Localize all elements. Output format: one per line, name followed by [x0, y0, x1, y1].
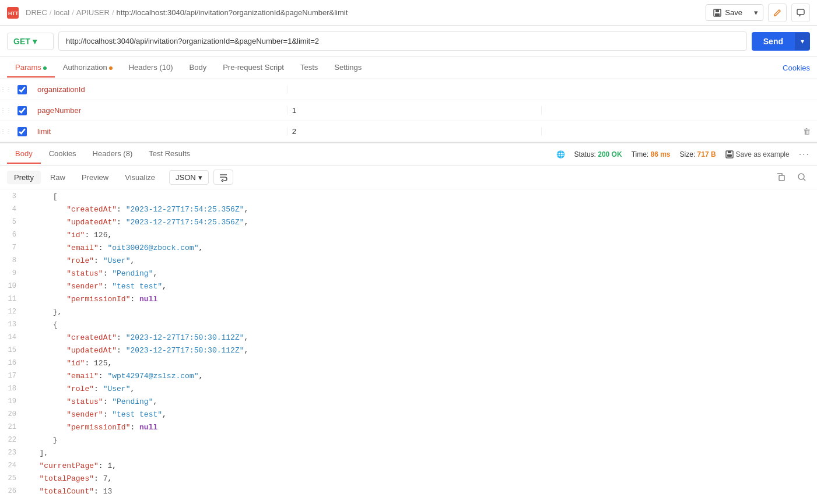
code-toolbar: Pretty Raw Preview Visualize JSON ▾ — [0, 165, 817, 189]
save-button[interactable]: Save — [706, 5, 749, 20]
status-value: 200 OK — [598, 150, 622, 158]
url-input[interactable] — [58, 31, 747, 51]
svg-point-10 — [798, 174, 804, 179]
response-size: Size: 717 B — [680, 150, 716, 158]
param-check-limit[interactable] — [12, 127, 33, 136]
wrap-icon — [219, 172, 228, 182]
comment-icon — [797, 9, 805, 17]
svg-rect-7 — [728, 151, 731, 153]
tab-body[interactable]: Body — [181, 58, 215, 77]
time-value: 86 ms — [651, 150, 671, 158]
param-key-limit: limit — [33, 127, 287, 136]
drag-handle-3: ⋮⋮ — [0, 128, 12, 135]
svg-rect-5 — [797, 9, 804, 15]
search-button[interactable] — [794, 169, 810, 185]
response-time: Time: 86 ms — [632, 150, 671, 158]
save-button-group[interactable]: Save ▾ — [706, 4, 763, 21]
code-line-21: 21 "permissionId": null — [0, 422, 817, 435]
svg-rect-3 — [716, 9, 719, 12]
checkbox-page[interactable] — [17, 106, 27, 115]
param-row-page: ⋮⋮ pageNumber 1 — [0, 100, 817, 121]
drag-handle: ⋮⋮ — [0, 86, 12, 93]
code-tab-raw[interactable]: Raw — [43, 171, 72, 184]
code-line-4: 4 "createdAt": "2023-12-27T17:54:25.356Z… — [0, 205, 817, 217]
breadcrumb-apiuser[interactable]: APIUSER — [76, 8, 110, 17]
code-tab-preview[interactable]: Preview — [75, 171, 115, 184]
tab-headers[interactable]: Headers (10) — [121, 58, 181, 77]
code-line-12: 12 }, — [0, 307, 817, 320]
param-del-limit[interactable]: 🗑 — [796, 127, 817, 136]
save-icon — [713, 9, 721, 17]
request-tabs: Params Authorization Headers (10) Body P… — [0, 57, 817, 79]
svg-rect-8 — [727, 154, 732, 157]
response-tabs-bar: Body Cookies Headers (8) Test Results 🌐 … — [0, 142, 817, 165]
save-as-example-button[interactable]: Save as example — [725, 150, 790, 158]
tab-prerequest[interactable]: Pre-request Script — [215, 58, 292, 77]
edit-icon — [773, 9, 781, 17]
tab-tests[interactable]: Tests — [292, 58, 326, 77]
breadcrumb-drec[interactable]: DREC — [26, 8, 47, 17]
checkbox-limit[interactable] — [17, 127, 27, 136]
cookies-link[interactable]: Cookies — [783, 64, 810, 72]
params-dot — [43, 66, 47, 70]
checkbox-org[interactable] — [17, 85, 27, 94]
code-line-10: 10 "sender": "test test", — [0, 281, 817, 294]
param-key-page: pageNumber — [33, 106, 287, 115]
code-tab-pretty[interactable]: Pretty — [7, 171, 41, 184]
param-check-org[interactable] — [12, 85, 33, 94]
code-line-9: 9 "status": "Pending", — [0, 269, 817, 281]
format-dropdown-arrow: ▾ — [198, 173, 202, 182]
send-button[interactable]: Send — [752, 32, 795, 51]
param-val-page: 1 — [287, 106, 542, 115]
comment-icon-button[interactable] — [791, 3, 810, 22]
copy-icon — [776, 172, 786, 182]
code-line-13: 13 { — [0, 320, 817, 333]
breadcrumb-url: http://localhost:3040/api/invitation?org… — [117, 8, 348, 17]
code-line-5: 5 "updatedAt": "2023-12-27T17:54:25.356Z… — [0, 217, 817, 230]
tab-params[interactable]: Params — [7, 58, 55, 77]
code-line-16: 16 "id": 125, — [0, 358, 817, 371]
response-meta: 🌐 Status: 200 OK Time: 86 ms Size: 717 B… — [556, 149, 810, 160]
wrap-button[interactable] — [213, 170, 233, 185]
breadcrumb-local[interactable]: local — [54, 8, 69, 17]
copy-button[interactable] — [773, 169, 789, 185]
code-line-18: 18 "role": "User", — [0, 384, 817, 397]
method-label: GET — [13, 37, 30, 46]
resp-tab-test-results[interactable]: Test Results — [141, 144, 198, 164]
code-toolbar-right — [773, 169, 810, 185]
format-label: JSON — [176, 173, 196, 182]
tab-authorization[interactable]: Authorization — [55, 58, 121, 77]
send-dropdown-button[interactable]: ▾ — [795, 33, 810, 50]
globe-icon: 🌐 — [556, 150, 565, 158]
code-line-19: 19 "status": "Pending", — [0, 397, 817, 410]
save-example-label: Save as example — [736, 150, 790, 158]
edit-icon-button[interactable] — [768, 3, 787, 22]
code-line-25: 25 "totalPages": 7, — [0, 474, 817, 487]
request-bar: GET ▾ Send ▾ — [0, 26, 817, 57]
app-logo: HTTP — [7, 7, 19, 19]
method-select[interactable]: GET ▾ — [7, 33, 54, 50]
method-dropdown-arrow: ▾ — [33, 37, 37, 46]
send-button-group[interactable]: Send ▾ — [752, 32, 810, 51]
save-dropdown-button[interactable]: ▾ — [749, 5, 763, 20]
response-status: Status: 200 OK — [574, 150, 622, 158]
code-line-6: 6 "id": 126, — [0, 230, 817, 243]
code-line-7: 7 "email": "oit30026@zbock.com", — [0, 243, 817, 256]
auth-dot — [109, 66, 113, 70]
format-select[interactable]: JSON ▾ — [169, 170, 209, 185]
code-line-24: 24 "currentPage": 1, — [0, 461, 817, 474]
code-tab-visualize[interactable]: Visualize — [118, 171, 162, 184]
svg-line-11 — [804, 179, 805, 181]
response-body: 3 [ 4 "createdAt": "2023-12-27T17:54:25.… — [0, 189, 817, 502]
more-options-button[interactable]: ··· — [799, 149, 810, 160]
resp-tab-cookies[interactable]: Cookies — [41, 144, 85, 164]
size-value: 717 B — [697, 150, 716, 158]
resp-tab-body[interactable]: Body — [7, 144, 41, 164]
tab-settings[interactable]: Settings — [326, 58, 370, 77]
logo-icon: HTTP — [7, 7, 19, 19]
resp-tab-headers[interactable]: Headers (8) — [85, 144, 141, 164]
svg-rect-4 — [715, 13, 720, 16]
param-key-org: organizationId — [33, 85, 287, 94]
param-check-page[interactable] — [12, 106, 33, 115]
param-row-limit: ⋮⋮ limit 2 🗑 — [0, 121, 817, 142]
